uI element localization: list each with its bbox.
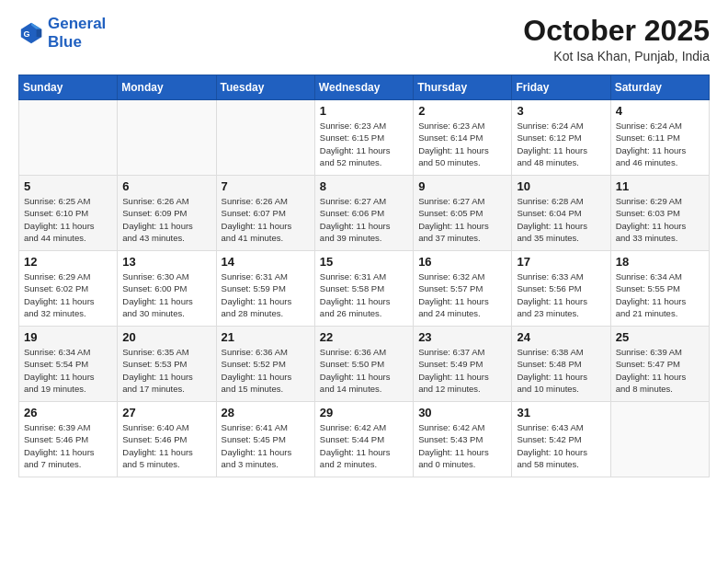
calendar-header: SundayMondayTuesdayWednesdayThursdayFrid… [19, 75, 710, 100]
calendar-week-5: 26Sunrise: 6:39 AM Sunset: 5:46 PM Dayli… [19, 402, 710, 477]
calendar-cell: 31Sunrise: 6:43 AM Sunset: 5:42 PM Dayli… [512, 402, 610, 477]
title-block: October 2025 Kot Isa Khan, Punjab, India [523, 15, 710, 63]
day-info: Sunrise: 6:26 AM Sunset: 6:07 PM Dayligh… [222, 195, 310, 244]
weekday-header-thursday: Thursday [414, 75, 512, 100]
svg-marker-2 [37, 29, 42, 36]
calendar-cell [118, 100, 216, 176]
calendar-cell: 2Sunrise: 6:23 AM Sunset: 6:14 PM Daylig… [414, 100, 512, 176]
day-number: 25 [616, 330, 704, 344]
day-info: Sunrise: 6:35 AM Sunset: 5:53 PM Dayligh… [122, 346, 210, 395]
day-number: 5 [24, 179, 112, 193]
calendar-cell: 23Sunrise: 6:37 AM Sunset: 5:49 PM Dayli… [414, 327, 512, 402]
day-info: Sunrise: 6:36 AM Sunset: 5:50 PM Dayligh… [320, 346, 408, 395]
day-number: 2 [418, 104, 506, 118]
calendar-cell: 15Sunrise: 6:31 AM Sunset: 5:58 PM Dayli… [314, 251, 413, 327]
calendar-cell [19, 100, 118, 176]
day-info: Sunrise: 6:28 AM Sunset: 6:04 PM Dayligh… [517, 195, 605, 244]
calendar-cell: 7Sunrise: 6:26 AM Sunset: 6:07 PM Daylig… [216, 176, 314, 251]
day-number: 23 [418, 330, 506, 344]
calendar-cell [610, 402, 709, 477]
day-info: Sunrise: 6:39 AM Sunset: 5:47 PM Dayligh… [616, 346, 704, 395]
day-info: Sunrise: 6:30 AM Sunset: 6:00 PM Dayligh… [122, 270, 210, 319]
calendar-cell: 1Sunrise: 6:23 AM Sunset: 6:15 PM Daylig… [314, 100, 413, 176]
calendar-cell: 18Sunrise: 6:34 AM Sunset: 5:55 PM Dayli… [610, 251, 709, 327]
day-number: 6 [122, 179, 210, 193]
day-number: 22 [320, 330, 408, 344]
calendar-cell: 28Sunrise: 6:41 AM Sunset: 5:45 PM Dayli… [216, 402, 314, 477]
calendar-week-2: 5Sunrise: 6:25 AM Sunset: 6:10 PM Daylig… [19, 176, 710, 251]
calendar-cell: 29Sunrise: 6:42 AM Sunset: 5:44 PM Dayli… [314, 402, 413, 477]
calendar-week-1: 1Sunrise: 6:23 AM Sunset: 6:15 PM Daylig… [19, 100, 710, 176]
day-number: 21 [222, 330, 310, 344]
day-number: 8 [320, 179, 408, 193]
calendar-cell: 26Sunrise: 6:39 AM Sunset: 5:46 PM Dayli… [19, 402, 118, 477]
day-number: 19 [24, 330, 112, 344]
day-number: 14 [222, 255, 310, 269]
day-number: 27 [122, 406, 210, 419]
calendar-cell: 30Sunrise: 6:42 AM Sunset: 5:43 PM Dayli… [414, 402, 512, 477]
day-number: 4 [616, 104, 704, 118]
calendar-cell: 8Sunrise: 6:27 AM Sunset: 6:06 PM Daylig… [314, 176, 413, 251]
page: G General Blue October 2025 Kot Isa Khan… [0, 0, 728, 563]
day-info: Sunrise: 6:31 AM Sunset: 5:59 PM Dayligh… [222, 270, 310, 319]
day-info: Sunrise: 6:27 AM Sunset: 6:06 PM Dayligh… [320, 195, 408, 244]
day-info: Sunrise: 6:37 AM Sunset: 5:49 PM Dayligh… [418, 346, 506, 395]
calendar-cell: 11Sunrise: 6:29 AM Sunset: 6:03 PM Dayli… [610, 176, 709, 251]
day-number: 29 [320, 406, 408, 419]
logo-text: General Blue [48, 15, 106, 51]
day-number: 7 [222, 179, 310, 193]
calendar-cell [216, 100, 314, 176]
day-number: 28 [222, 406, 310, 419]
weekday-header-wednesday: Wednesday [314, 75, 413, 100]
calendar-cell: 24Sunrise: 6:38 AM Sunset: 5:48 PM Dayli… [512, 327, 610, 402]
day-info: Sunrise: 6:33 AM Sunset: 5:56 PM Dayligh… [517, 270, 605, 319]
day-number: 11 [616, 179, 704, 193]
calendar-body: 1Sunrise: 6:23 AM Sunset: 6:15 PM Daylig… [19, 100, 710, 477]
logo: G General Blue [18, 15, 106, 51]
calendar-cell: 21Sunrise: 6:36 AM Sunset: 5:52 PM Dayli… [216, 327, 314, 402]
day-info: Sunrise: 6:38 AM Sunset: 5:48 PM Dayligh… [517, 346, 605, 395]
day-number: 3 [517, 104, 605, 118]
day-info: Sunrise: 6:29 AM Sunset: 6:02 PM Dayligh… [24, 270, 112, 319]
day-number: 30 [418, 406, 506, 419]
day-number: 9 [418, 179, 506, 193]
day-number: 26 [24, 406, 112, 419]
svg-text:G: G [24, 29, 30, 39]
weekday-header-tuesday: Tuesday [216, 75, 314, 100]
calendar-cell: 17Sunrise: 6:33 AM Sunset: 5:56 PM Dayli… [512, 251, 610, 327]
day-number: 1 [320, 104, 408, 118]
logo-icon: G [18, 20, 44, 46]
day-info: Sunrise: 6:41 AM Sunset: 5:45 PM Dayligh… [222, 421, 310, 470]
day-info: Sunrise: 6:36 AM Sunset: 5:52 PM Dayligh… [222, 346, 310, 395]
month-title: October 2025 [523, 15, 710, 47]
calendar-cell: 16Sunrise: 6:32 AM Sunset: 5:57 PM Dayli… [414, 251, 512, 327]
day-number: 13 [122, 255, 210, 269]
weekday-header-sunday: Sunday [19, 75, 118, 100]
day-info: Sunrise: 6:42 AM Sunset: 5:43 PM Dayligh… [418, 421, 506, 470]
calendar-cell: 19Sunrise: 6:34 AM Sunset: 5:54 PM Dayli… [19, 327, 118, 402]
day-info: Sunrise: 6:23 AM Sunset: 6:15 PM Dayligh… [320, 120, 408, 168]
weekday-header-monday: Monday [118, 75, 216, 100]
location: Kot Isa Khan, Punjab, India [523, 49, 710, 63]
day-info: Sunrise: 6:29 AM Sunset: 6:03 PM Dayligh… [616, 195, 704, 244]
day-info: Sunrise: 6:25 AM Sunset: 6:10 PM Dayligh… [24, 195, 112, 244]
day-info: Sunrise: 6:27 AM Sunset: 6:05 PM Dayligh… [418, 195, 506, 244]
calendar-cell: 5Sunrise: 6:25 AM Sunset: 6:10 PM Daylig… [19, 176, 118, 251]
calendar-cell: 10Sunrise: 6:28 AM Sunset: 6:04 PM Dayli… [512, 176, 610, 251]
calendar-week-4: 19Sunrise: 6:34 AM Sunset: 5:54 PM Dayli… [19, 327, 710, 402]
calendar-cell: 6Sunrise: 6:26 AM Sunset: 6:09 PM Daylig… [118, 176, 216, 251]
calendar-cell: 3Sunrise: 6:24 AM Sunset: 6:12 PM Daylig… [512, 100, 610, 176]
day-number: 16 [418, 255, 506, 269]
day-number: 20 [122, 330, 210, 344]
day-info: Sunrise: 6:40 AM Sunset: 5:46 PM Dayligh… [122, 421, 210, 470]
day-number: 15 [320, 255, 408, 269]
calendar-table: SundayMondayTuesdayWednesdayThursdayFrid… [18, 75, 710, 477]
day-info: Sunrise: 6:31 AM Sunset: 5:58 PM Dayligh… [320, 270, 408, 319]
weekday-header-saturday: Saturday [610, 75, 709, 100]
calendar-cell: 4Sunrise: 6:24 AM Sunset: 6:11 PM Daylig… [610, 100, 709, 176]
day-info: Sunrise: 6:42 AM Sunset: 5:44 PM Dayligh… [320, 421, 408, 470]
calendar-cell: 25Sunrise: 6:39 AM Sunset: 5:47 PM Dayli… [610, 327, 709, 402]
day-info: Sunrise: 6:34 AM Sunset: 5:54 PM Dayligh… [24, 346, 112, 395]
day-info: Sunrise: 6:39 AM Sunset: 5:46 PM Dayligh… [24, 421, 112, 470]
calendar-cell: 22Sunrise: 6:36 AM Sunset: 5:50 PM Dayli… [314, 327, 413, 402]
